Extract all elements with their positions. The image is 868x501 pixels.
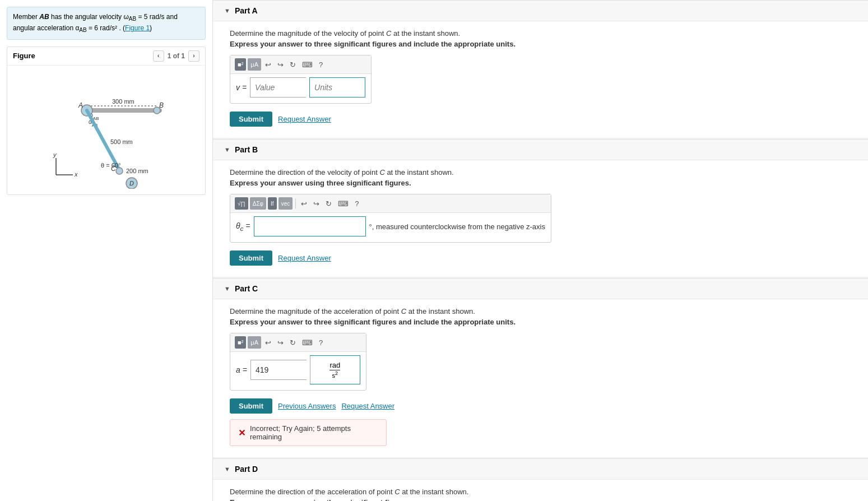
keyboard-btn-c[interactable]: ⌨	[300, 337, 315, 348]
part-b-submit-button[interactable]: Submit	[230, 250, 272, 266]
mu-btn-c[interactable]: μA	[248, 336, 261, 349]
part-b-toolbar-container: √∏ ΔΣφ If vec ↩ ↪ ↻ ⌨ ? θc = °, measured…	[230, 194, 551, 243]
part-b-angle-input[interactable]	[254, 216, 366, 236]
error-icon: ✕	[238, 428, 245, 438]
error-text: Incorrect; Try Again; 5 attempts remaini…	[250, 424, 378, 441]
refresh-btn-b[interactable]: ↻	[323, 198, 334, 209]
part-a-label: Part A	[235, 6, 258, 15]
part-a-input-row: v =	[230, 74, 371, 103]
part-c-button-row: Submit Previous Answers Request Answer	[230, 398, 851, 414]
figure-label: Figure	[13, 52, 35, 60]
part-b-unit-text: °, measured counterclockwise from the ne…	[369, 222, 545, 231]
help-btn-b[interactable]: ?	[352, 198, 361, 209]
next-figure-button[interactable]: ›	[188, 50, 199, 62]
part-c-numerator: rad	[329, 361, 340, 370]
part-d-body: Determine the direction of the accelerat…	[213, 480, 868, 501]
part-a-section: ▼ Part A Determine the magnitude of the …	[213, 0, 868, 138]
main-content: ▼ Part A Determine the magnitude of the …	[213, 0, 868, 501]
part-b-button-row: Submit Request Answer	[230, 250, 851, 266]
redo-btn-b[interactable]: ↪	[311, 198, 322, 209]
part-a-request-answer-button[interactable]: Request Answer	[278, 115, 331, 123]
part-b-instruction-bold: Express your answer using three signific…	[230, 179, 851, 187]
svg-text:C: C	[111, 165, 116, 173]
part-a-instruction-bold: Express your answer to three significant…	[230, 40, 851, 48]
matrix-btn-a[interactable]: ■²	[235, 58, 246, 71]
mu-btn-a[interactable]: μA	[248, 58, 261, 71]
sigma-btn-b[interactable]: ΔΣφ	[250, 197, 266, 210]
part-d-instruction: Determine the direction of the accelerat…	[230, 488, 851, 496]
refresh-btn-a[interactable]: ↻	[287, 59, 298, 70]
svg-text:200 mm: 200 mm	[126, 168, 148, 174]
part-c-error-box: ✕ Incorrect; Try Again; 5 attempts remai…	[230, 419, 387, 446]
undo-btn-c[interactable]: ↩	[263, 337, 273, 348]
part-a-button-row: Submit Request Answer	[230, 112, 851, 127]
figure-header: Figure ‹ 1 of 1 ›	[7, 47, 205, 66]
part-d-arrow: ▼	[224, 466, 230, 472]
keyboard-btn-b[interactable]: ⌨	[336, 198, 351, 209]
part-a-submit-button[interactable]: Submit	[230, 112, 272, 127]
vec-btn-b[interactable]: vec	[278, 197, 293, 210]
prev-figure-button[interactable]: ‹	[153, 50, 164, 62]
part-a-input-label: v =	[236, 83, 247, 92]
svg-text:A: A	[78, 101, 83, 109]
part-c-submit-button[interactable]: Submit	[230, 398, 272, 414]
part-c-instruction: Determine the magnitude of the accelerat…	[230, 307, 851, 316]
svg-point-16	[116, 168, 123, 174]
figure-image: y x 300 mm A B ωAB αAB 500 mm	[7, 66, 205, 194]
part-c-header[interactable]: ▼ Part C	[213, 279, 868, 299]
part-c-body: Determine the magnitude of the accelerat…	[213, 299, 868, 457]
part-c-input-label: a =	[236, 365, 247, 374]
redo-btn-a[interactable]: ↪	[275, 59, 286, 70]
part-d-instruction-bold: Express your answer using three signific…	[230, 498, 851, 501]
part-c-value-input[interactable]	[250, 360, 307, 380]
part-c-label: Part C	[235, 284, 258, 293]
part-b-header[interactable]: ▼ Part B	[213, 140, 868, 160]
part-c-fraction: rad s2	[329, 361, 340, 379]
part-d-section: ▼ Part D Determine the direction of the …	[213, 458, 868, 501]
part-b-section: ▼ Part B Determine the direction of the …	[213, 139, 868, 277]
refresh-btn-c[interactable]: ↻	[287, 337, 298, 348]
figure-section: Figure ‹ 1 of 1 › y x 300 mm	[7, 47, 206, 195]
part-b-input-row: θc = °, measured counterclockwise from t…	[230, 213, 551, 242]
part-a-toolbar-container: ■² μA ↩ ↪ ↻ ⌨ ? v =	[230, 55, 372, 104]
part-c-section: ▼ Part C Determine the magnitude of the …	[213, 278, 868, 457]
part-a-units-input[interactable]	[309, 77, 365, 98]
help-btn-c[interactable]: ?	[317, 337, 325, 348]
part-b-toolbar: √∏ ΔΣφ If vec ↩ ↪ ↻ ⌨ ?	[230, 194, 551, 213]
undo-btn-a[interactable]: ↩	[263, 59, 273, 70]
part-c-request-answer-button[interactable]: Request Answer	[341, 402, 394, 410]
part-b-instruction: Determine the direction of the velocity …	[230, 168, 851, 177]
part-d-header[interactable]: ▼ Part D	[213, 459, 868, 480]
matrix-btn-c[interactable]: ■²	[235, 336, 246, 349]
part-c-input-row: a = rad s2	[230, 352, 366, 390]
part-a-body: Determine the magnitude of the velocity …	[213, 21, 868, 138]
figure-nav-text: 1 of 1	[168, 52, 185, 60]
problem-statement: Member AB has the angular velocity ωAB =…	[7, 7, 206, 40]
part-d-label: Part D	[235, 465, 258, 474]
if-btn-b[interactable]: If	[268, 197, 277, 210]
part-c-toolbar: ■² μA ↩ ↪ ↻ ⌨ ?	[230, 333, 366, 352]
svg-text:300 mm: 300 mm	[112, 98, 134, 105]
figure-link[interactable]: Figure 1	[125, 24, 150, 32]
redo-btn-c[interactable]: ↪	[275, 337, 286, 348]
part-a-value-input[interactable]	[250, 77, 306, 98]
svg-text:B: B	[159, 101, 164, 109]
figure-svg: y x 300 mm A B ωAB αAB 500 mm	[22, 71, 191, 189]
figure-nav: ‹ 1 of 1 ›	[153, 50, 199, 62]
undo-btn-b[interactable]: ↩	[299, 198, 309, 209]
part-b-input-label: θc =	[236, 221, 250, 232]
help-btn-a[interactable]: ?	[317, 59, 325, 70]
part-c-previous-answers-button[interactable]: Previous Answers	[278, 402, 336, 410]
part-b-label: Part B	[235, 145, 258, 154]
part-b-request-answer-button[interactable]: Request Answer	[278, 254, 331, 262]
keyboard-btn-a[interactable]: ⌨	[300, 59, 315, 70]
svg-text:x: x	[74, 171, 78, 178]
part-c-arrow: ▼	[224, 285, 230, 292]
part-b-body: Determine the direction of the velocity …	[213, 160, 868, 277]
part-a-instruction: Determine the magnitude of the velocity …	[230, 29, 851, 38]
part-c-exp: 2	[335, 370, 338, 376]
sep-b	[295, 198, 296, 208]
svg-text:y: y	[53, 151, 57, 158]
part-a-header[interactable]: ▼ Part A	[213, 1, 868, 21]
sqrt-btn-b[interactable]: √∏	[235, 197, 248, 210]
